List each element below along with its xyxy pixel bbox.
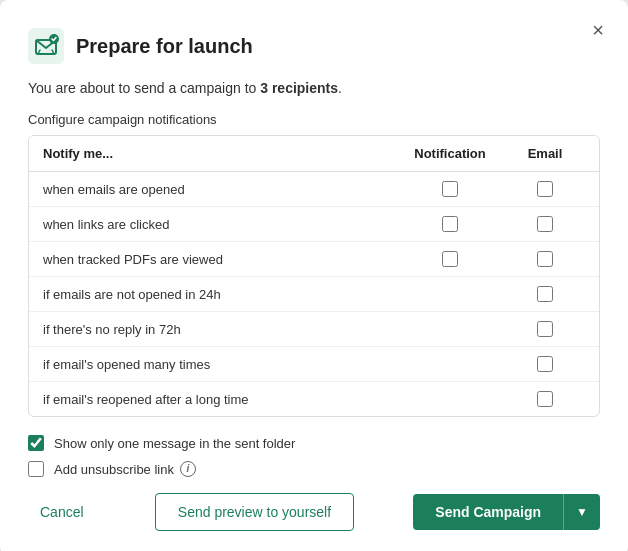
email-checkbox-6[interactable]: [505, 391, 585, 407]
close-button[interactable]: ×: [588, 16, 608, 44]
row-text: if email's opened many times: [43, 357, 395, 372]
notify-table: Notify me... Notification Email when ema…: [28, 135, 600, 417]
show-one-message-label[interactable]: Show only one message in the sent folder: [54, 436, 295, 451]
email-check-4[interactable]: [537, 321, 553, 337]
col-notification-label: Notification: [395, 146, 505, 161]
table-row: if there's no reply in 72h: [29, 312, 599, 347]
subtitle-prefix: You are about to send a campaign to: [28, 80, 260, 96]
col-notify-label: Notify me...: [43, 146, 395, 161]
table-header: Notify me... Notification Email: [29, 136, 599, 172]
notification-checkbox-1[interactable]: [395, 216, 505, 232]
email-checkbox-4[interactable]: [505, 321, 585, 337]
logo-icon: [28, 28, 64, 64]
email-check-0[interactable]: [537, 181, 553, 197]
table-row: when emails are opened: [29, 172, 599, 207]
email-checkbox-2[interactable]: [505, 251, 585, 267]
col-email-label: Email: [505, 146, 585, 161]
row-text: if email's reopened after a long time: [43, 392, 395, 407]
send-campaign-dropdown-button[interactable]: ▼: [563, 494, 600, 530]
email-checkbox-1[interactable]: [505, 216, 585, 232]
prepare-launch-dialog: × Prepare for launch You are about to se…: [0, 0, 628, 551]
cancel-button[interactable]: Cancel: [28, 494, 96, 530]
row-text: when emails are opened: [43, 182, 395, 197]
section-label: Configure campaign notifications: [28, 112, 600, 127]
notification-check-2[interactable]: [442, 251, 458, 267]
email-checkbox-5[interactable]: [505, 356, 585, 372]
svg-rect-0: [28, 28, 64, 64]
send-preview-button[interactable]: Send preview to yourself: [155, 493, 354, 531]
subtitle-suffix: .: [338, 80, 342, 96]
email-check-2[interactable]: [537, 251, 553, 267]
row-text: if emails are not opened in 24h: [43, 287, 395, 302]
options-section: Show only one message in the sent folder…: [28, 435, 600, 477]
send-campaign-button[interactable]: Send Campaign: [413, 494, 563, 530]
table-row: when links are clicked: [29, 207, 599, 242]
row-text: when links are clicked: [43, 217, 395, 232]
row-text: when tracked PDFs are viewed: [43, 252, 395, 267]
option-row-0: Show only one message in the sent folder: [28, 435, 600, 451]
unsubscribe-link-label[interactable]: Add unsubscribe link: [54, 462, 174, 477]
notification-checkbox-2[interactable]: [395, 251, 505, 267]
notification-check-0[interactable]: [442, 181, 458, 197]
send-campaign-group: Send Campaign ▼: [413, 494, 600, 530]
notification-checkbox-0[interactable]: [395, 181, 505, 197]
dialog-title: Prepare for launch: [76, 35, 253, 58]
footer: Cancel Send preview to yourself Send Cam…: [28, 493, 600, 531]
info-icon: i: [180, 461, 196, 477]
email-check-1[interactable]: [537, 216, 553, 232]
unsubscribe-link-checkbox[interactable]: [28, 461, 44, 477]
notification-check-1[interactable]: [442, 216, 458, 232]
email-check-5[interactable]: [537, 356, 553, 372]
subtitle-recipients: 3 recipients: [260, 80, 338, 96]
subtitle: You are about to send a campaign to 3 re…: [28, 80, 600, 96]
table-row: when tracked PDFs are viewed: [29, 242, 599, 277]
show-one-message-checkbox[interactable]: [28, 435, 44, 451]
option-row-1: Add unsubscribe link i: [28, 461, 600, 477]
email-check-6[interactable]: [537, 391, 553, 407]
row-text: if there's no reply in 72h: [43, 322, 395, 337]
email-checkbox-0[interactable]: [505, 181, 585, 197]
email-checkbox-3[interactable]: [505, 286, 585, 302]
table-row: if email's opened many times: [29, 347, 599, 382]
email-check-3[interactable]: [537, 286, 553, 302]
table-row: if emails are not opened in 24h: [29, 277, 599, 312]
dialog-header: Prepare for launch: [28, 28, 600, 64]
table-row: if email's reopened after a long time: [29, 382, 599, 416]
